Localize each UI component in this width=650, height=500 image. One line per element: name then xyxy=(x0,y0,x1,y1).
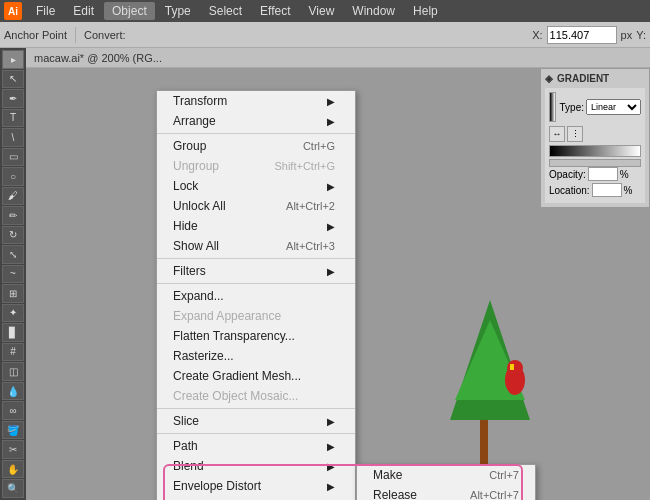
menu-blend[interactable]: Blend ▶ xyxy=(157,456,355,476)
tool-pen[interactable]: ✒ xyxy=(2,89,24,108)
gradient-reverse-btn[interactable]: ↔ xyxy=(549,126,565,142)
anchor-point-label: Anchor Point xyxy=(4,29,67,41)
canvas-area: macaw.ai* @ 200% (RG... xyxy=(26,48,650,500)
menu-create-object-mosaic: Create Object Mosaic... xyxy=(157,386,355,406)
separator xyxy=(157,408,355,409)
arrow-icon: ▶ xyxy=(327,221,335,232)
menu-slice[interactable]: Slice ▶ xyxy=(157,411,355,431)
menu-path[interactable]: Path ▶ xyxy=(157,436,355,456)
tool-symbol-sprayer[interactable]: ✦ xyxy=(2,304,24,323)
menu-file[interactable]: File xyxy=(28,2,63,20)
gradient-panel-content: Type: Linear Radial ↔ ⋮ xyxy=(545,88,645,203)
menu-hide[interactable]: Hide ▶ xyxy=(157,216,355,236)
tool-pencil[interactable]: ✏ xyxy=(2,206,24,225)
svg-rect-4 xyxy=(510,364,514,370)
menu-unlock-all[interactable]: Unlock All Alt+Ctrl+2 xyxy=(157,196,355,216)
menu-window[interactable]: Window xyxy=(344,2,403,20)
object-menu: Transform ▶ Arrange ▶ Group Ctrl+G Ungro… xyxy=(156,90,356,500)
menu-arrange[interactable]: Arrange ▶ xyxy=(157,111,355,131)
tool-live-paint[interactable]: 🪣 xyxy=(2,421,24,440)
tool-mesh[interactable]: # xyxy=(2,343,24,362)
menu-type[interactable]: Type xyxy=(157,2,199,20)
gradient-buttons-row: ↔ ⋮ xyxy=(549,126,641,142)
tool-column-graph[interactable]: ▊ xyxy=(2,323,24,342)
tools-panel: ▸ ↖ ✒ T \ ▭ ○ 🖌 ✏ ↻ ⤡ ~ ⊞ ✦ ▊ # ◫ 💧 ∞ 🪣 … xyxy=(0,48,26,500)
menu-group[interactable]: Group Ctrl+G xyxy=(157,136,355,156)
x-coord-label: X: xyxy=(532,29,542,41)
tool-scissors[interactable]: ✂ xyxy=(2,440,24,459)
opacity-field: Opacity: % xyxy=(549,167,641,181)
menu-expand[interactable]: Expand... xyxy=(157,286,355,306)
arrow-icon: ▶ xyxy=(327,266,335,277)
arrow-icon: ▶ xyxy=(327,96,335,107)
tool-blend[interactable]: ∞ xyxy=(2,401,24,420)
menu-select[interactable]: Select xyxy=(201,2,250,20)
menu-expand-appearance: Expand Appearance xyxy=(157,306,355,326)
menu-object[interactable]: Object xyxy=(104,2,155,20)
gradient-options-btn[interactable]: ⋮ xyxy=(567,126,583,142)
gradient-type-select[interactable]: Linear Radial xyxy=(586,99,641,115)
canvas-content: Transform ▶ Arrange ▶ Group Ctrl+G Ungro… xyxy=(26,68,650,500)
tool-scale[interactable]: ⤡ xyxy=(2,245,24,264)
tool-direct-select[interactable]: ↖ xyxy=(2,70,24,89)
app-logo: Ai xyxy=(4,2,22,20)
toolbar-separator-1 xyxy=(75,27,76,43)
svg-point-3 xyxy=(507,360,523,376)
coord-unit: px xyxy=(621,29,633,41)
canvas-tab-label: macaw.ai* @ 200% (RG... xyxy=(34,52,162,64)
gradient-stops[interactable] xyxy=(549,159,641,167)
menu-live-paint[interactable]: Live Paint ▶ xyxy=(157,496,355,500)
separator xyxy=(157,258,355,259)
menu-effect[interactable]: Effect xyxy=(252,2,298,20)
x-coord-input[interactable] xyxy=(547,26,617,44)
tool-rotate[interactable]: ↻ xyxy=(2,226,24,245)
gradient-preview-swatch[interactable] xyxy=(549,92,556,122)
menu-show-all[interactable]: Show All Alt+Ctrl+3 xyxy=(157,236,355,256)
main-area: ▸ ↖ ✒ T \ ▭ ○ 🖌 ✏ ↻ ⤡ ~ ⊞ ✦ ▊ # ◫ 💧 ∞ 🪣 … xyxy=(0,48,650,500)
menu-flatten-transparency[interactable]: Flatten Transparency... xyxy=(157,326,355,346)
gradient-panel: ◈ GRADIENT Type: Linear Radial xyxy=(540,68,650,208)
y-coord-label: Y: xyxy=(636,29,646,41)
menu-transform[interactable]: Transform ▶ xyxy=(157,91,355,111)
arrow-icon: ▶ xyxy=(327,181,335,192)
tool-eyedropper[interactable]: 💧 xyxy=(2,382,24,401)
menu-rasterize[interactable]: Rasterize... xyxy=(157,346,355,366)
arrow-icon: ▶ xyxy=(327,441,335,452)
tool-free-transform[interactable]: ⊞ xyxy=(2,284,24,303)
arrow-icon: ▶ xyxy=(327,416,335,427)
submenu-release[interactable]: Release Alt+Ctrl+7 xyxy=(357,485,535,500)
arrow-icon: ▶ xyxy=(327,481,335,492)
menu-lock[interactable]: Lock ▶ xyxy=(157,176,355,196)
tool-gradient[interactable]: ◫ xyxy=(2,362,24,381)
menu-envelope-distort[interactable]: Envelope Distort ▶ xyxy=(157,476,355,496)
tool-line[interactable]: \ xyxy=(2,128,24,147)
tool-type[interactable]: T xyxy=(2,109,24,128)
tool-hand[interactable]: ✋ xyxy=(2,460,24,479)
arrow-icon: ▶ xyxy=(327,116,335,127)
menu-bar: Ai File Edit Object Type Select Effect V… xyxy=(0,0,650,22)
arrow-icon: ▶ xyxy=(327,461,335,472)
tool-paintbrush[interactable]: 🖌 xyxy=(2,187,24,206)
gradient-type-row: Type: Linear Radial xyxy=(549,92,641,122)
separator xyxy=(157,433,355,434)
location-field: Location: % xyxy=(549,183,641,197)
tool-ellipse[interactable]: ○ xyxy=(2,167,24,186)
menu-filters[interactable]: Filters ▶ xyxy=(157,261,355,281)
menu-ungroup: Ungroup Shift+Ctrl+G xyxy=(157,156,355,176)
tool-warp[interactable]: ~ xyxy=(2,265,24,284)
tool-rectangle[interactable]: ▭ xyxy=(2,148,24,167)
separator xyxy=(157,283,355,284)
options-toolbar: Anchor Point Convert: X: px Y: xyxy=(0,22,650,48)
gradient-type-field: Type: Linear Radial xyxy=(560,99,641,115)
tool-zoom[interactable]: 🔍 xyxy=(2,479,24,498)
location-input[interactable] xyxy=(592,183,622,197)
tool-select[interactable]: ▸ xyxy=(2,50,24,69)
menu-help[interactable]: Help xyxy=(405,2,446,20)
submenu-make[interactable]: Make Ctrl+7 xyxy=(357,465,535,485)
opacity-input[interactable] xyxy=(588,167,618,181)
menu-view[interactable]: View xyxy=(301,2,343,20)
menu-create-gradient-mesh[interactable]: Create Gradient Mesh... xyxy=(157,366,355,386)
canvas-tab: macaw.ai* @ 200% (RG... xyxy=(26,48,650,68)
menu-edit[interactable]: Edit xyxy=(65,2,102,20)
gradient-bar xyxy=(549,145,641,157)
